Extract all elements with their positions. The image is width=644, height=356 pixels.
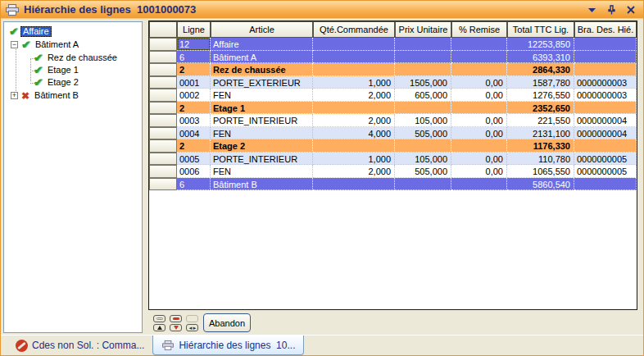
grid-cell-qte[interactable]: 2,000 [313, 89, 395, 102]
grid-cell-qte[interactable] [313, 51, 395, 64]
grid-cell-total[interactable]: 1276,550 [507, 89, 574, 102]
grid-cell-bra[interactable]: 0000000005 [574, 153, 637, 166]
row-selector-button[interactable] [149, 38, 177, 51]
grid-cell-bra[interactable]: 0000000003 [574, 76, 637, 89]
toolbar-button-1[interactable] [153, 315, 166, 322]
grid-cell-total[interactable]: 221,550 [507, 114, 574, 127]
row-selector-button[interactable] [149, 89, 177, 102]
grid-cell-bra[interactable] [574, 38, 637, 51]
grid-cell-ligne[interactable]: 12 [177, 38, 211, 51]
grid-cell-qte[interactable] [313, 178, 395, 191]
grid-cell-remise[interactable] [451, 102, 507, 115]
grid-cell-total[interactable]: 12253,850 [507, 38, 574, 51]
row-selector-button[interactable] [149, 76, 177, 89]
grid-cell-ligne[interactable]: 0002 [177, 89, 211, 102]
grid-cell-remise[interactable]: 0,00 [451, 76, 507, 89]
grid-cell-remise[interactable]: 0,00 [451, 127, 507, 140]
collapse-icon[interactable]: − [11, 41, 18, 48]
grid-cell-total[interactable]: 2131,100 [507, 127, 574, 140]
grid-cell-article[interactable]: FEN [211, 89, 313, 102]
grid-cell-bra[interactable]: 0000000004 [574, 127, 637, 140]
column-header-Bra. Des. Hié.[interactable]: Bra. Des. Hié. [574, 21, 637, 38]
grid-cell-total[interactable]: 2352,650 [507, 102, 574, 115]
grid-cell-prix[interactable]: 505,000 [395, 165, 451, 178]
grid-cell-ligne[interactable]: 0001 [177, 76, 211, 89]
grid-cell-bra[interactable]: 0000000005 [574, 165, 637, 178]
grid-cell-article[interactable]: Rez de chaussée [211, 63, 313, 76]
grid-cell-ligne[interactable]: 2 [177, 139, 211, 153]
toolbar-button-5[interactable] [170, 324, 182, 331]
grid-cell-bra[interactable] [574, 139, 637, 153]
row-selector-button[interactable] [149, 51, 177, 64]
grid-cell-bra[interactable]: 0000000003 [574, 89, 637, 102]
column-header-row-selector[interactable] [149, 21, 177, 38]
grid-cell-remise[interactable] [451, 63, 507, 76]
grid-cell-prix[interactable] [395, 38, 451, 51]
grid-cell-qte[interactable]: 2,000 [313, 114, 395, 127]
row-selector-button[interactable] [149, 139, 177, 153]
grid-cell-prix[interactable]: 1505,000 [395, 76, 451, 89]
grid-cell-article[interactable]: FEN [211, 165, 313, 178]
grid-cell-remise[interactable]: 0,00 [451, 114, 507, 127]
window-menu-button[interactable] [586, 4, 597, 16]
grid-cell-ligne[interactable]: 0003 [177, 114, 211, 127]
grid-cell-bra[interactable] [574, 102, 637, 115]
column-header-Prix Unitaire[interactable]: Prix Unitaire [395, 21, 451, 38]
grid-cell-bra[interactable] [574, 51, 637, 64]
grid-cell-bra[interactable]: 0000000004 [574, 114, 637, 127]
row-selector-button[interactable] [149, 165, 177, 178]
grid-cell-article[interactable]: PORTE_EXTERIEUR [211, 76, 313, 89]
grid-cell-qte[interactable]: 2,000 [313, 165, 395, 178]
grid-cell-remise[interactable] [451, 178, 507, 191]
grid-cell-prix[interactable]: 505,000 [395, 127, 451, 140]
grid-cell-qte[interactable]: 1,000 [313, 153, 395, 166]
grid-cell-ligne[interactable]: 0006 [177, 165, 211, 178]
grid-cell-qte[interactable] [313, 139, 395, 153]
grid-cell-ligne[interactable]: 2 [177, 102, 211, 115]
toolbar-button-2[interactable] [170, 315, 182, 322]
pin-window-button[interactable] [605, 4, 617, 16]
grid-cell-qte[interactable] [313, 63, 395, 76]
grid-cell-prix[interactable]: 605,000 [395, 89, 451, 102]
grid-cell-prix[interactable] [395, 102, 451, 115]
grid-cell-remise[interactable] [451, 38, 507, 51]
grid-cell-article[interactable]: Bâtiment B [211, 178, 313, 191]
grid-cell-ligne[interactable]: 0005 [177, 153, 211, 166]
column-header-Article[interactable]: Article [211, 21, 313, 38]
grid-cell-total[interactable]: 6393,310 [507, 51, 574, 64]
grid-cell-prix[interactable] [395, 63, 451, 76]
grid-cell-prix[interactable] [395, 139, 451, 153]
grid-cell-ligne[interactable]: 6 [177, 178, 211, 191]
grid-cell-article[interactable]: FEN [211, 127, 313, 140]
toolbar-button-4[interactable] [153, 324, 166, 331]
grid-cell-prix[interactable]: 105,000 [395, 114, 451, 127]
grid-cell-total[interactable]: 1065,550 [507, 165, 574, 178]
grid-cell-remise[interactable] [451, 51, 507, 64]
grid-cell-total[interactable]: 110,780 [507, 153, 574, 166]
grid-cell-bra[interactable] [574, 178, 637, 191]
grid-cell-remise[interactable]: 0,00 [451, 89, 507, 102]
row-selector-button[interactable] [149, 127, 177, 140]
row-selector-button[interactable] [149, 178, 177, 191]
abandon-button[interactable]: Abandon [203, 313, 251, 332]
grid-cell-qte[interactable] [313, 102, 395, 115]
tab-hierarchie-des-lignes[interactable]: Hiérarchie des lignes 10... [152, 335, 304, 355]
grid-cell-remise[interactable]: 0,00 [451, 153, 507, 166]
grid-cell-total[interactable]: 1176,330 [507, 139, 574, 153]
grid-cell-remise[interactable]: 0,00 [451, 165, 507, 178]
grid-cell-total[interactable]: 1587,780 [507, 76, 574, 89]
grid-cell-article[interactable]: PORTE_INTERIEUR [211, 153, 313, 166]
grid-cell-total[interactable]: 5860,540 [507, 178, 574, 191]
tree-item-rez-de-chauss-e[interactable]: ✔Rez de chaussée [34, 52, 120, 64]
grid-cell-article[interactable]: PORTE_INTERIEUR [211, 114, 313, 127]
grid-cell-prix[interactable]: 105,000 [395, 153, 451, 166]
row-selector-button[interactable] [149, 153, 177, 166]
column-header-Total TTC Lig.[interactable]: Total TTC Lig. [507, 21, 574, 38]
grid-cell-article[interactable]: Affaire [211, 38, 313, 51]
grid-cell-ligne[interactable]: 0004 [177, 127, 211, 140]
column-header-% Remise[interactable]: % Remise [451, 21, 507, 38]
grid-cell-prix[interactable] [395, 178, 451, 191]
tree-item-affaire[interactable]: ✔Affaire [9, 25, 52, 38]
column-header-Ligne[interactable]: Ligne [177, 21, 211, 38]
tab-cdes-non-sol[interactable]: Cdes non Sol. : Comma... [7, 335, 152, 355]
